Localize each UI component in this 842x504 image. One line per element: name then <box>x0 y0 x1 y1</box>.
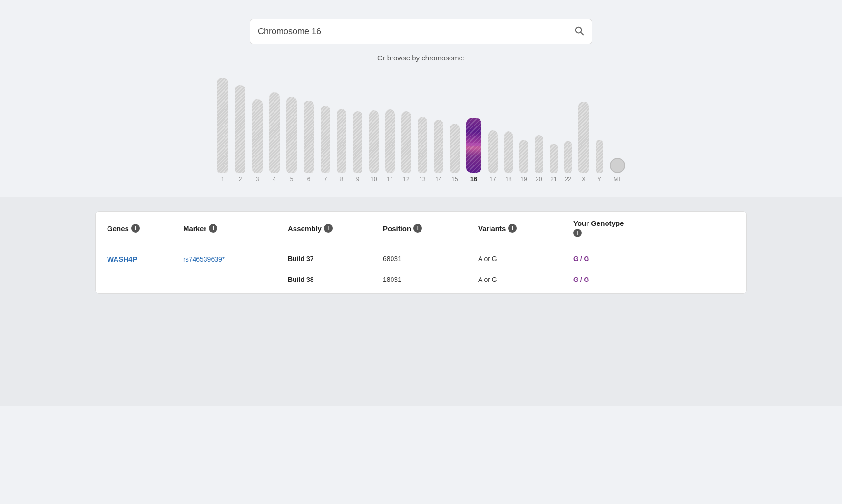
genotype-build37: G / G <box>573 255 735 262</box>
browse-label: Or browse by chromosome: <box>377 54 465 62</box>
chromosome-X[interactable]: X <box>578 102 589 183</box>
chromosome-MT[interactable]: MT <box>610 158 625 183</box>
chromosome-browser: 1 2 3 4 5 6 7 <box>10 73 832 187</box>
assembly-build37: Build 37 <box>288 255 383 262</box>
assembly-info-icon[interactable]: i <box>324 224 333 233</box>
gene-cell: WASH4P <box>107 255 183 263</box>
genes-info-icon[interactable]: i <box>131 224 140 233</box>
chromosome-14[interactable]: 14 <box>434 120 443 183</box>
col-variants: Variants i <box>478 219 573 237</box>
chromosome-13[interactable]: 13 <box>418 117 427 183</box>
chromosome-Y[interactable]: Y <box>596 140 603 183</box>
position-build38: 18031 <box>383 276 478 283</box>
chromosome-15[interactable]: 15 <box>450 124 460 183</box>
search-input[interactable] <box>258 27 574 37</box>
marker-info-icon[interactable]: i <box>209 224 217 233</box>
genotype-cell: G / G G / G <box>573 255 735 283</box>
chromosome-11[interactable]: 11 <box>385 109 395 183</box>
variants-cell: A or G A or G <box>478 255 573 283</box>
search-icon[interactable] <box>574 25 584 38</box>
chromosome-6[interactable]: 6 <box>304 101 314 183</box>
chromosome-9[interactable]: 9 <box>353 111 362 183</box>
variants-build37: A or G <box>478 255 573 262</box>
chromosome-20[interactable]: 20 <box>535 135 543 183</box>
chromosome-22[interactable]: 22 <box>564 141 572 183</box>
assembly-build38: Build 38 <box>288 276 383 283</box>
svg-line-1 <box>581 32 583 35</box>
chromosome-3[interactable]: 3 <box>252 99 263 183</box>
assembly-cell: Build 37 Build 38 <box>288 255 383 283</box>
marker-cell: rs746539639* <box>183 255 288 263</box>
table-card: Genes i Marker i Assembly i Position i V… <box>95 211 747 294</box>
chromosome-1[interactable]: 1 <box>217 78 228 183</box>
bottom-section: Genes i Marker i Assembly i Position i V… <box>0 197 842 406</box>
chromosome-2[interactable]: 2 <box>235 85 245 183</box>
chromosome-21[interactable]: 21 <box>550 144 558 183</box>
col-marker: Marker i <box>183 219 288 237</box>
search-bar[interactable] <box>250 19 592 44</box>
col-assembly: Assembly i <box>288 219 383 237</box>
table-row: WASH4P rs746539639* Build 37 Build 38 68… <box>96 245 746 293</box>
chromosome-16[interactable]: 16 <box>466 118 481 183</box>
chromosome-8[interactable]: 8 <box>337 109 346 183</box>
chromosome-4[interactable]: 4 <box>269 92 280 183</box>
top-section: Or browse by chromosome: 1 2 3 4 5 <box>0 0 842 197</box>
chromosome-12[interactable]: 12 <box>401 111 411 183</box>
table-header: Genes i Marker i Assembly i Position i V… <box>96 212 746 245</box>
chromosome-17[interactable]: 17 <box>488 130 498 183</box>
genotype-build38: G / G <box>573 276 735 283</box>
position-cell: 68031 18031 <box>383 255 478 283</box>
col-genes: Genes i <box>107 219 183 237</box>
marker-link[interactable]: rs746539639* <box>183 255 225 263</box>
col-position: Position i <box>383 219 478 237</box>
genotype-info-icon[interactable]: i <box>573 229 582 237</box>
variants-info-icon[interactable]: i <box>508 224 517 233</box>
variants-build38: A or G <box>478 276 573 283</box>
chromosome-5[interactable]: 5 <box>286 97 297 183</box>
gene-link[interactable]: WASH4P <box>107 255 137 263</box>
chromosome-19[interactable]: 19 <box>519 140 528 183</box>
position-build37: 68031 <box>383 255 478 262</box>
position-info-icon[interactable]: i <box>413 224 422 233</box>
chromosome-10[interactable]: 10 <box>369 110 379 183</box>
chromosome-7[interactable]: 7 <box>321 106 330 183</box>
col-genotype: Your Genotype i <box>573 219 735 237</box>
chromosome-18[interactable]: 18 <box>504 131 513 183</box>
